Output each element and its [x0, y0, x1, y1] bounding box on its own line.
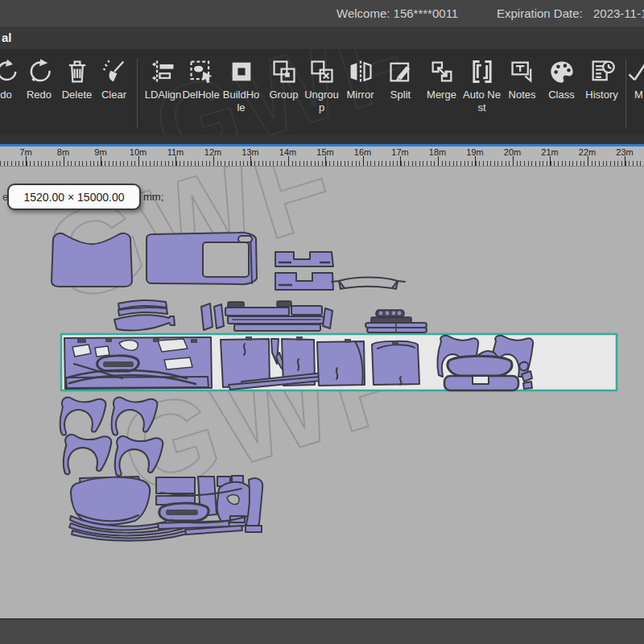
spoiler-trim-wedge-l[interactable]	[339, 281, 345, 289]
front-bumper[interactable]	[71, 477, 150, 525]
trim-curved[interactable]	[114, 315, 175, 330]
roll-b-tab-2[interactable]	[296, 336, 303, 341]
toolbar-button-history[interactable]: History	[583, 58, 621, 101]
toolbar-button-auto-nest[interactable]: Auto Nest	[463, 58, 501, 114]
ungroup-icon	[308, 58, 336, 85]
cluster-rect-1[interactable]	[156, 477, 195, 493]
toolbar-button-split[interactable]: Split	[382, 58, 419, 101]
ruler-major-tick	[26, 156, 27, 166]
app-window: GWF GWF e mm; 1520.00 × 15000.00 Welcome…	[0, 0, 644, 644]
toolbar-button-delhole[interactable]: DelHole	[182, 58, 220, 101]
autonest-icon	[469, 58, 496, 85]
nest-slant-1[interactable]	[201, 303, 213, 330]
handle-dot-1[interactable]	[379, 312, 383, 316]
toolbar-button-group[interactable]: Group	[265, 58, 303, 101]
toolbar-button-delete[interactable]: Delete	[58, 58, 96, 101]
ruler-major-tick	[513, 156, 514, 166]
roof-sunroof-cutout[interactable]	[203, 242, 249, 277]
buildhole-icon	[228, 58, 255, 85]
toolbar-button-ungroup[interactable]: Ungroup	[303, 58, 341, 114]
nest-bar-2[interactable]	[291, 306, 322, 315]
band-bit-3[interactable]	[523, 382, 532, 389]
nest-bar-1[interactable]	[225, 308, 289, 316]
nest-slant-3[interactable]	[323, 308, 332, 328]
handle-dot-4[interactable]	[398, 312, 402, 316]
roll-a-tab-4[interactable]	[191, 339, 197, 343]
sill-bar-2[interactable]	[367, 328, 427, 332]
merge-icon	[428, 58, 456, 85]
toolbar-button-ldalign[interactable]: LDAlign	[144, 58, 182, 101]
roll-a-pocket-4[interactable]	[164, 357, 192, 369]
toolbar-button-label: Clear	[101, 89, 126, 101]
toolbar-button-redo[interactable]: Redo	[20, 58, 58, 101]
roof-vent-cutout[interactable]	[238, 236, 252, 242]
toolbar-button-label: do	[0, 89, 11, 101]
align-icon	[150, 58, 177, 85]
cluster-lens-core[interactable]	[166, 510, 198, 515]
band-box-notch[interactable]	[473, 376, 489, 384]
horizontal-ruler[interactable]: 7m8m9m10m11m12m13m14m15m16m17m18m19m20m2…	[0, 147, 644, 167]
handle-dot-3[interactable]	[392, 312, 396, 316]
ruler-major-tick	[625, 156, 625, 166]
band-lens[interactable]	[448, 356, 512, 376]
ruler-major-tick	[550, 156, 551, 166]
hood-piece[interactable]	[52, 233, 132, 287]
cursor-icon	[625, 58, 644, 85]
nest-cap-2[interactable]	[277, 301, 291, 307]
toolbar-button-notes[interactable]: Notes	[503, 58, 541, 101]
cluster-tall-piece[interactable]	[246, 478, 262, 529]
trim-strip-2[interactable]	[118, 308, 167, 316]
fender-piece-2[interactable]	[112, 398, 158, 436]
ruler-major-tick	[250, 156, 251, 166]
bumper-strip-1[interactable]	[275, 252, 333, 266]
toolbar-button-label: BuildHole	[222, 89, 260, 114]
band-bit-1[interactable]	[519, 362, 528, 370]
bumper-strip-2[interactable]	[275, 273, 333, 290]
toolbar-button-merge[interactable]: Merge	[423, 58, 460, 101]
tab-partial[interactable]: al	[2, 27, 12, 49]
roll-a-pocket-5[interactable]	[95, 346, 109, 357]
ruler-major-tick	[438, 156, 439, 166]
handle-dot-2[interactable]	[386, 312, 390, 316]
status-bar	[0, 618, 644, 644]
toolbar-button-label: Merge	[427, 89, 456, 101]
fender-piece-1[interactable]	[60, 398, 106, 436]
cluster-bit-2[interactable]	[246, 526, 262, 532]
toolbar-separator	[625, 59, 626, 128]
toolbar-button-class[interactable]: Class	[543, 58, 580, 101]
roll-a-tab-3[interactable]	[153, 338, 159, 342]
spoiler-trim-wedge-r[interactable]	[392, 281, 398, 289]
ruler-major-tick	[400, 156, 401, 166]
nest-cap-1[interactable]	[228, 302, 244, 308]
toolbar-button-clear[interactable]: Clear	[95, 58, 133, 101]
toolbar-button-label: M	[634, 89, 643, 101]
class-icon	[548, 58, 576, 85]
ruler-major-tick	[175, 156, 176, 166]
split-icon	[387, 58, 415, 85]
fender-piece-3[interactable]	[64, 435, 112, 474]
delhole-icon	[188, 58, 215, 85]
roll-a-tab-2[interactable]	[105, 338, 112, 342]
toolbar-button-mirror[interactable]: Mirror	[341, 58, 379, 101]
roll-b-tab-3[interactable]	[345, 339, 351, 343]
ruler-major-tick	[213, 156, 214, 166]
toolbar-button-label: Class	[548, 89, 575, 101]
toolbar-button-buildhole[interactable]: BuildHole	[222, 58, 260, 114]
ruler-major-tick	[101, 156, 101, 166]
nest-slant-2[interactable]	[214, 304, 224, 328]
expiration-value: 2023-11-16	[593, 0, 644, 27]
toolbar-button-label: Redo	[27, 89, 52, 101]
toolbar-button-label: Ungroup	[303, 89, 341, 114]
roll-a-lens-core[interactable]	[103, 361, 134, 367]
roll-a-tab-1[interactable]	[77, 339, 86, 343]
ruler-strip	[0, 135, 644, 147]
roll-b-tab-1[interactable]	[246, 336, 252, 341]
toolbar: GWF doRedoDeleteClearLDAlignDelHoleBuild…	[0, 49, 644, 135]
fender-piece-4[interactable]	[115, 436, 163, 476]
nest-bar-4[interactable]	[234, 324, 320, 331]
handle-bar[interactable]	[371, 317, 411, 323]
roll-b-tab-4[interactable]	[392, 341, 398, 345]
menu-bar: al	[0, 27, 644, 49]
toolbar-button-m[interactable]: M	[620, 58, 644, 101]
size-input[interactable]: 1520.00 × 15000.00	[7, 184, 141, 210]
